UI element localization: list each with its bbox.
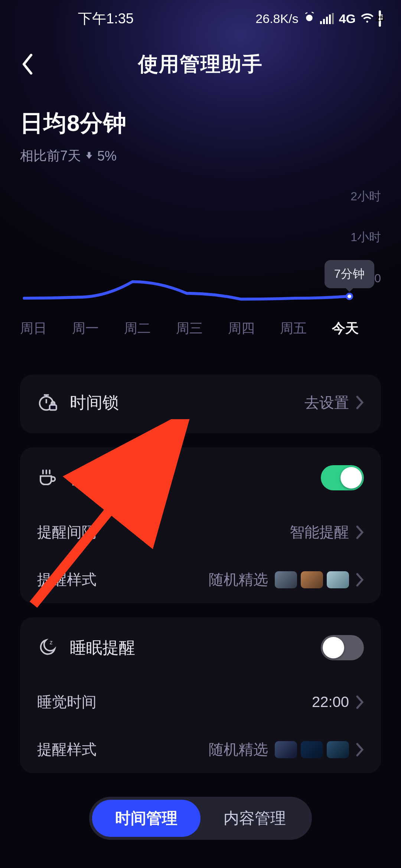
time-lock-action: 去设置 [304,392,349,413]
sleep-reminder-label: 睡眠提醒 [70,637,135,659]
chevron-right-icon [356,525,364,539]
svg-rect-9 [50,405,56,410]
time-lock-card: 时间锁 去设置 [20,375,381,433]
xaxis-mon[interactable]: 周一 [72,319,99,338]
back-button[interactable] [16,53,39,75]
style-thumb-5 [301,741,323,758]
yaxis-tick-1h: 1小时 [351,229,381,246]
moon-sleep-icon: z [37,638,57,658]
chart-highlight-dot [346,293,353,300]
usage-chart[interactable]: 2小时 1小时 0 7分钟 周日 周一 周二 周三 周四 周五 今天 [20,182,381,338]
bed-time-value: 22:00 [312,694,349,710]
style-thumb-3 [327,571,349,588]
alarm-icon [304,11,315,26]
time-lock-label: 时间锁 [70,392,119,414]
sleep-style-label: 提醒样式 [37,739,97,760]
rest-reminder-row: 休息提醒 [20,447,381,508]
reminder-style-label: 提醒样式 [37,569,97,590]
time-lock-row[interactable]: 时间锁 去设置 [20,375,381,430]
wifi-icon [361,11,374,26]
bed-time-label: 睡觉时间 [37,692,97,712]
yaxis-tick-0: 0 [374,272,381,285]
style-thumb-4 [275,741,297,758]
bed-time-row[interactable]: 睡觉时间 22:00 [20,678,381,726]
reminder-style-row[interactable]: 提醒样式 随机精选 [20,556,381,603]
reminder-interval-label: 提醒间隔 [37,522,97,542]
style-thumb-1 [275,571,297,588]
chart-tooltip: 7分钟 [325,260,374,288]
xaxis-sun[interactable]: 周日 [20,319,47,338]
xaxis-today[interactable]: 今天 [332,319,359,338]
seg-time-tab[interactable]: 时间管理 [92,800,200,837]
sleep-style-value: 随机精选 [209,739,268,760]
svg-rect-4 [311,12,314,13]
status-network-label: 4G [339,11,356,26]
stopwatch-lock-icon [37,392,57,412]
chart-xaxis: 周日 周一 周二 周三 周四 周五 今天 [20,319,359,338]
chevron-right-icon [356,395,364,410]
bottom-segmented: 时间管理 内容管理 [89,797,312,840]
coffee-icon [37,468,57,488]
chevron-right-icon [356,695,364,709]
signal-icon [320,13,334,24]
chevron-right-icon [356,573,364,587]
reminder-interval-value: 智能提醒 [290,522,349,542]
summary-title: 日均8分钟 [20,108,381,139]
style-thumb-6 [327,741,349,758]
sleep-reminder-row: z 睡眠提醒 [20,617,381,678]
status-bar: 下午1:35 26.8K/s 4G 25 [0,0,401,37]
sleep-style-row[interactable]: 提醒样式 随机精选 [20,726,381,773]
reminder-interval-row[interactable]: 提醒间隔 智能提醒 [20,508,381,556]
yaxis-tick-2h: 2小时 [351,188,381,205]
svg-text:z: z [50,639,53,645]
battery-percent: 25 [379,11,381,26]
seg-content-tab[interactable]: 内容管理 [200,800,309,837]
battery-icon: 25 [379,11,381,26]
trend-down-icon [84,148,94,164]
summary-trend-percent: 5% [97,148,117,164]
xaxis-tue[interactable]: 周二 [124,319,151,338]
reminder-style-thumbs [275,571,349,588]
status-net-speed: 26.8K/s [255,11,298,26]
rest-reminder-label: 休息提醒 [70,467,135,489]
chevron-right-icon [356,743,364,757]
page-title: 使用管理助手 [138,51,263,78]
status-time: 下午1:35 [78,9,134,28]
style-thumb-2 [301,571,323,588]
chart-line [20,182,381,308]
svg-rect-2 [309,17,311,19]
rest-reminder-card: 休息提醒 提醒间隔 智能提醒 提醒样式 随机精选 [20,447,381,603]
sleep-reminder-card: z 睡眠提醒 睡觉时间 22:00 提醒样式 随机精选 [20,617,381,773]
xaxis-thu[interactable]: 周四 [228,319,255,338]
summary-block: 日均8分钟 相比前7天 5% [20,108,381,165]
svg-rect-3 [305,12,307,14]
xaxis-wed[interactable]: 周三 [176,319,203,338]
xaxis-fri[interactable]: 周五 [280,319,307,338]
status-right: 26.8K/s 4G 25 [255,11,381,26]
reminder-style-value: 随机精选 [209,569,268,590]
nav-bar: 使用管理助手 [0,40,401,88]
sleep-reminder-toggle[interactable] [321,635,364,660]
sleep-style-thumbs [275,741,349,758]
rest-reminder-toggle[interactable] [321,465,364,490]
summary-compare-prefix: 相比前7天 [20,147,81,165]
summary-subtitle: 相比前7天 5% [20,147,381,165]
